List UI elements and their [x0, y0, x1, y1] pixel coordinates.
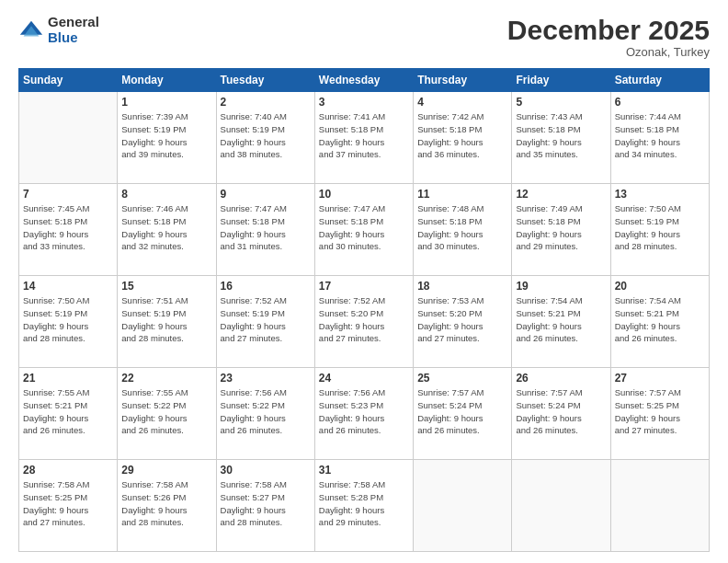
calendar-cell: 28Sunrise: 7:58 AMSunset: 5:25 PMDayligh…	[19, 460, 118, 552]
header: General Blue December 2025 Ozonak, Turke…	[18, 15, 710, 59]
calendar-body: 1Sunrise: 7:39 AMSunset: 5:19 PMDaylight…	[19, 92, 710, 552]
day-number: 25	[417, 372, 507, 385]
day-sun-info: Sunrise: 7:57 AMSunset: 5:24 PMDaylight:…	[516, 386, 606, 437]
calendar-cell: 12Sunrise: 7:49 AMSunset: 5:18 PMDayligh…	[512, 184, 610, 276]
day-number: 16	[221, 280, 311, 293]
calendar-header: SundayMondayTuesdayWednesdayThursdayFrid…	[19, 69, 710, 92]
calendar-cell: 26Sunrise: 7:57 AMSunset: 5:24 PMDayligh…	[512, 368, 610, 460]
day-number: 14	[23, 280, 113, 293]
logo-general-text: General	[48, 15, 99, 30]
calendar-week-row: 14Sunrise: 7:50 AMSunset: 5:19 PMDayligh…	[19, 276, 710, 368]
calendar-cell: 8Sunrise: 7:46 AMSunset: 5:18 PMDaylight…	[118, 184, 216, 276]
day-number: 5	[516, 96, 606, 109]
day-sun-info: Sunrise: 7:58 AMSunset: 5:25 PMDaylight:…	[23, 478, 113, 529]
calendar-cell	[19, 92, 118, 184]
logo-text: General Blue	[48, 15, 99, 45]
day-number: 6	[615, 96, 705, 109]
header-day-thursday: Thursday	[414, 69, 512, 92]
day-sun-info: Sunrise: 7:52 AMSunset: 5:20 PMDaylight:…	[319, 294, 409, 345]
logo: General Blue	[18, 15, 99, 45]
calendar-cell: 21Sunrise: 7:55 AMSunset: 5:21 PMDayligh…	[19, 368, 118, 460]
day-sun-info: Sunrise: 7:45 AMSunset: 5:18 PMDaylight:…	[23, 202, 113, 253]
calendar-cell: 16Sunrise: 7:52 AMSunset: 5:19 PMDayligh…	[216, 276, 314, 368]
day-sun-info: Sunrise: 7:52 AMSunset: 5:19 PMDaylight:…	[221, 294, 311, 345]
day-sun-info: Sunrise: 7:58 AMSunset: 5:28 PMDaylight:…	[319, 478, 409, 529]
calendar-week-row: 1Sunrise: 7:39 AMSunset: 5:19 PMDaylight…	[19, 92, 710, 184]
page: General Blue December 2025 Ozonak, Turke…	[0, 0, 728, 563]
header-day-friday: Friday	[512, 69, 610, 92]
day-number: 10	[319, 188, 409, 201]
calendar-cell	[512, 460, 610, 552]
calendar-cell: 31Sunrise: 7:58 AMSunset: 5:28 PMDayligh…	[314, 460, 413, 552]
header-day-wednesday: Wednesday	[314, 69, 413, 92]
header-day-monday: Monday	[118, 69, 216, 92]
day-number: 19	[516, 280, 606, 293]
day-number: 11	[417, 188, 507, 201]
calendar-week-row: 21Sunrise: 7:55 AMSunset: 5:21 PMDayligh…	[19, 368, 710, 460]
day-sun-info: Sunrise: 7:44 AMSunset: 5:18 PMDaylight:…	[615, 110, 705, 161]
day-number: 23	[221, 372, 311, 385]
calendar-cell: 2Sunrise: 7:40 AMSunset: 5:19 PMDaylight…	[216, 92, 314, 184]
day-number: 13	[615, 188, 705, 201]
title-block: December 2025 Ozonak, Turkey	[507, 15, 710, 59]
calendar-table: SundayMondayTuesdayWednesdayThursdayFrid…	[18, 68, 710, 552]
day-number: 20	[615, 280, 705, 293]
day-sun-info: Sunrise: 7:50 AMSunset: 5:19 PMDaylight:…	[23, 294, 113, 345]
calendar-cell: 22Sunrise: 7:55 AMSunset: 5:22 PMDayligh…	[118, 368, 216, 460]
day-sun-info: Sunrise: 7:39 AMSunset: 5:19 PMDaylight:…	[121, 110, 211, 161]
header-day-tuesday: Tuesday	[216, 69, 314, 92]
day-number: 1	[121, 96, 211, 109]
day-sun-info: Sunrise: 7:57 AMSunset: 5:24 PMDaylight:…	[417, 386, 507, 437]
calendar-cell: 29Sunrise: 7:58 AMSunset: 5:26 PMDayligh…	[118, 460, 216, 552]
calendar-cell: 1Sunrise: 7:39 AMSunset: 5:19 PMDaylight…	[118, 92, 216, 184]
day-number: 28	[23, 464, 113, 477]
calendar-cell: 19Sunrise: 7:54 AMSunset: 5:21 PMDayligh…	[512, 276, 610, 368]
calendar-cell: 17Sunrise: 7:52 AMSunset: 5:20 PMDayligh…	[314, 276, 413, 368]
calendar-cell: 30Sunrise: 7:58 AMSunset: 5:27 PMDayligh…	[216, 460, 314, 552]
calendar-week-row: 28Sunrise: 7:58 AMSunset: 5:25 PMDayligh…	[19, 460, 710, 552]
day-sun-info: Sunrise: 7:55 AMSunset: 5:22 PMDaylight:…	[121, 386, 211, 437]
day-sun-info: Sunrise: 7:57 AMSunset: 5:25 PMDaylight:…	[615, 386, 705, 437]
day-sun-info: Sunrise: 7:40 AMSunset: 5:19 PMDaylight:…	[221, 110, 311, 161]
calendar-cell: 18Sunrise: 7:53 AMSunset: 5:20 PMDayligh…	[414, 276, 512, 368]
day-number: 4	[417, 96, 507, 109]
location-subtitle: Ozonak, Turkey	[507, 45, 710, 59]
day-number: 2	[221, 96, 311, 109]
day-number: 27	[615, 372, 705, 385]
day-sun-info: Sunrise: 7:47 AMSunset: 5:18 PMDaylight:…	[319, 202, 409, 253]
day-sun-info: Sunrise: 7:43 AMSunset: 5:18 PMDaylight:…	[516, 110, 606, 161]
logo-blue-text: Blue	[48, 30, 99, 46]
day-number: 9	[221, 188, 311, 201]
day-sun-info: Sunrise: 7:53 AMSunset: 5:20 PMDaylight:…	[417, 294, 507, 345]
day-number: 26	[516, 372, 606, 385]
calendar-cell: 10Sunrise: 7:47 AMSunset: 5:18 PMDayligh…	[314, 184, 413, 276]
day-number: 15	[121, 280, 211, 293]
calendar-week-row: 7Sunrise: 7:45 AMSunset: 5:18 PMDaylight…	[19, 184, 710, 276]
day-number: 31	[319, 464, 409, 477]
day-number: 18	[417, 280, 507, 293]
day-sun-info: Sunrise: 7:51 AMSunset: 5:19 PMDaylight:…	[121, 294, 211, 345]
day-sun-info: Sunrise: 7:42 AMSunset: 5:18 PMDaylight:…	[417, 110, 507, 161]
calendar-cell	[414, 460, 512, 552]
day-sun-info: Sunrise: 7:50 AMSunset: 5:19 PMDaylight:…	[615, 202, 705, 253]
header-day-saturday: Saturday	[610, 69, 709, 92]
calendar-cell: 27Sunrise: 7:57 AMSunset: 5:25 PMDayligh…	[610, 368, 709, 460]
day-number: 22	[121, 372, 211, 385]
day-sun-info: Sunrise: 7:56 AMSunset: 5:22 PMDaylight:…	[221, 386, 311, 437]
day-number: 30	[221, 464, 311, 477]
calendar-cell	[610, 460, 709, 552]
calendar-cell: 9Sunrise: 7:47 AMSunset: 5:18 PMDaylight…	[216, 184, 314, 276]
day-sun-info: Sunrise: 7:49 AMSunset: 5:18 PMDaylight:…	[516, 202, 606, 253]
day-sun-info: Sunrise: 7:47 AMSunset: 5:18 PMDaylight:…	[221, 202, 311, 253]
calendar-cell: 20Sunrise: 7:54 AMSunset: 5:21 PMDayligh…	[610, 276, 709, 368]
day-sun-info: Sunrise: 7:48 AMSunset: 5:18 PMDaylight:…	[417, 202, 507, 253]
calendar-cell: 11Sunrise: 7:48 AMSunset: 5:18 PMDayligh…	[414, 184, 512, 276]
day-sun-info: Sunrise: 7:55 AMSunset: 5:21 PMDaylight:…	[23, 386, 113, 437]
header-row: SundayMondayTuesdayWednesdayThursdayFrid…	[19, 69, 710, 92]
day-number: 24	[319, 372, 409, 385]
day-number: 12	[516, 188, 606, 201]
day-number: 17	[319, 280, 409, 293]
calendar-cell: 24Sunrise: 7:56 AMSunset: 5:23 PMDayligh…	[314, 368, 413, 460]
logo-icon	[18, 17, 44, 43]
calendar-cell: 6Sunrise: 7:44 AMSunset: 5:18 PMDaylight…	[610, 92, 709, 184]
